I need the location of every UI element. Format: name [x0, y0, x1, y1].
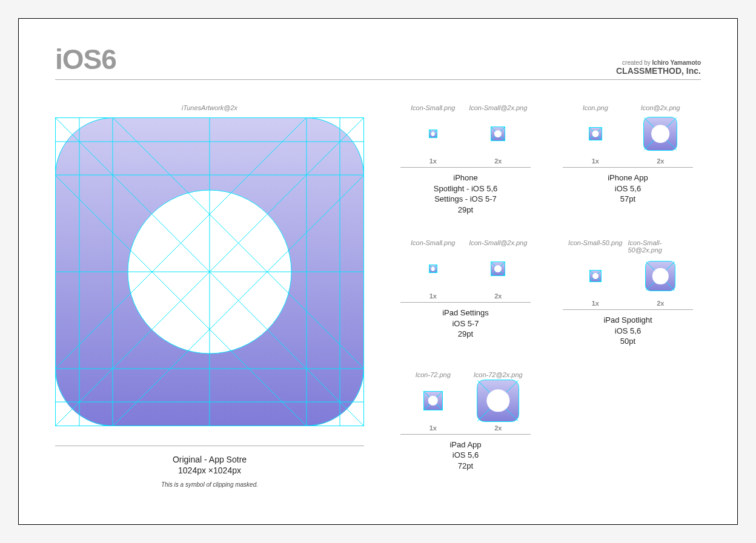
divider	[55, 446, 364, 446]
divider	[400, 434, 531, 435]
divider	[400, 302, 531, 303]
main-icon-svg	[55, 117, 364, 426]
credit-prefix: created by	[622, 59, 651, 66]
icon-group-ipad-spotlight: Icon-Small-50.pngIcon-Small-50@2x.png1x2…	[563, 239, 693, 347]
filename-label: Icon-Small.png	[411, 104, 455, 111]
group-description: iPad SettingsiOS 5-729pt	[400, 308, 531, 340]
filename-label: Icon-Small.png	[411, 239, 455, 246]
filename-label: Icon-Small-50.png	[568, 239, 622, 246]
divider	[563, 167, 693, 168]
filenames-row: Icon.pngIcon@2x.png	[563, 104, 693, 111]
app-icon	[491, 262, 505, 276]
icons-row: 1x2x	[563, 256, 693, 307]
app-icon	[423, 391, 443, 410]
scale-label: 2x	[657, 157, 664, 165]
main-icon	[55, 117, 364, 426]
filename-label: Icon-Small-50@2x.png	[628, 239, 694, 254]
scale-label: 1x	[429, 292, 437, 300]
scale-label: 2x	[494, 157, 502, 165]
filenames-row: Icon-Small.pngIcon-Small@2x.png	[400, 239, 531, 246]
app-icon	[477, 380, 519, 422]
filename-label: Icon@2x.png	[641, 104, 680, 111]
filename-label: Icon-Small@2x.png	[469, 239, 527, 246]
app-icon	[429, 265, 437, 273]
app-icon	[645, 261, 675, 291]
sheet: iOS6 created by Ichiro Yamamoto CLASSMET…	[18, 18, 738, 525]
scale-label: 2x	[494, 424, 502, 432]
app-icon	[589, 127, 602, 140]
scale-label: 2x	[494, 292, 502, 300]
filename-label: Icon.png	[583, 104, 608, 111]
filename-label: Icon-Small@2x.png	[469, 104, 527, 111]
divider	[563, 309, 693, 310]
app-icon	[429, 130, 437, 138]
filenames-row: Icon-Small.pngIcon-Small@2x.png	[400, 104, 531, 111]
filenames-row: Icon-72.pngIcon-72@2x.png	[400, 371, 531, 378]
app-icon	[589, 270, 602, 282]
content: iTunesArtwork@2x	[55, 104, 701, 488]
icon-group-iphone-spotlight: Icon-Small.pngIcon-Small@2x.png1x2xiPhon…	[400, 104, 531, 215]
app-icon	[643, 117, 677, 151]
app-icon	[491, 127, 505, 141]
credit-block: created by Ichiro Yamamoto CLASSMETHOD, …	[616, 59, 701, 76]
group-description: iPhoneSpotlight - iOS 5,6Settings - iOS …	[400, 173, 531, 215]
main-filename-label: iTunesArtwork@2x	[182, 104, 237, 111]
page-title: iOS6	[55, 43, 116, 76]
scale-label: 1x	[429, 424, 437, 432]
main-caption-line1: Original - App Sotre	[55, 455, 364, 464]
icons-row: 1x2x	[563, 114, 693, 165]
icons-row: 1x2x	[400, 114, 531, 165]
icons-row: 1x2x	[400, 381, 531, 432]
main-caption: Original - App Sotre 1024px ×1024px This…	[55, 437, 364, 488]
filename-label: Icon-72@2x.png	[474, 371, 523, 378]
scale-label: 1x	[429, 157, 437, 165]
filename-label: Icon-72.png	[416, 371, 451, 378]
icon-groups-grid: Icon-Small.pngIcon-Small@2x.png1x2xiPhon…	[400, 104, 701, 488]
filenames-row: Icon-Small-50.pngIcon-Small-50@2x.png	[563, 239, 693, 254]
icon-group-ipad-app: Icon-72.pngIcon-72@2x.png1x2xiPad AppiOS…	[400, 371, 531, 472]
main-caption-line2: 1024px ×1024px	[55, 466, 364, 475]
credit-company: CLASSMETHOD, Inc.	[616, 66, 701, 76]
icons-row: 1x2x	[400, 249, 531, 300]
main-icon-column: iTunesArtwork@2x	[55, 104, 364, 488]
scale-label: 1x	[592, 157, 599, 165]
icon-group-ipad-settings: Icon-Small.pngIcon-Small@2x.png1x2xiPad …	[400, 239, 531, 347]
header: iOS6 created by Ichiro Yamamoto CLASSMET…	[55, 43, 701, 80]
main-caption-note: This is a symbol of clipping masked.	[55, 481, 364, 488]
group-description: iPad AppiOS 5,672pt	[400, 439, 531, 472]
scale-label: 2x	[657, 300, 664, 307]
group-description: iPad SpotlightiOS 5,650pt	[563, 315, 693, 347]
group-description: iPhone AppiOS 5,657pt	[563, 173, 693, 205]
icon-group-iphone-app: Icon.pngIcon@2x.png1x2xiPhone AppiOS 5,6…	[563, 104, 693, 215]
scale-label: 1x	[592, 300, 599, 307]
credit-author: Ichiro Yamamoto	[652, 59, 701, 66]
divider	[400, 167, 531, 168]
